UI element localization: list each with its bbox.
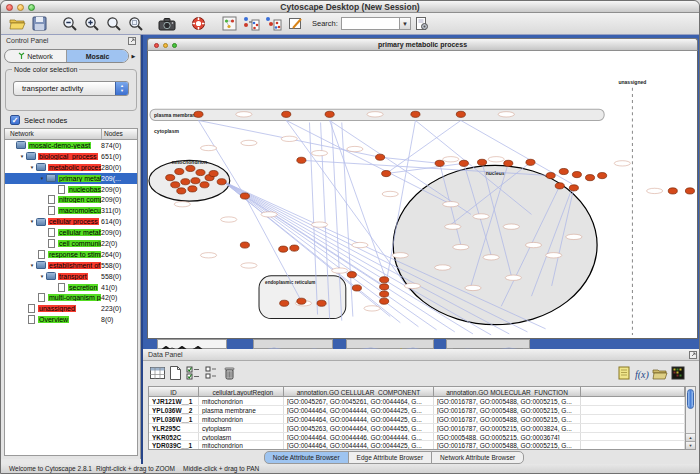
tree-expander-icon[interactable]: ▼ xyxy=(28,219,36,224)
attribute-table-icon[interactable] xyxy=(148,364,166,382)
graph-node[interactable] xyxy=(194,111,203,117)
graph-node[interactable] xyxy=(456,111,465,117)
zoom-fit-icon[interactable] xyxy=(103,14,125,33)
graph-node[interactable] xyxy=(166,175,175,181)
graph-node[interactable] xyxy=(504,160,513,166)
annotation-icon[interactable] xyxy=(284,14,306,33)
tree-row[interactable]: secretion41(0) xyxy=(5,282,137,293)
graph-node[interactable] xyxy=(526,159,535,165)
search-settings-icon[interactable] xyxy=(411,14,433,33)
tree-row[interactable]: ▼biological_process651(0) xyxy=(5,151,137,162)
graph-node[interactable] xyxy=(171,182,180,188)
table-row[interactable]: YDR039C__1mitochondrion[GO:0044464, GO:0… xyxy=(149,441,685,450)
tree-expander-icon[interactable]: ▼ xyxy=(28,165,36,170)
tree-row[interactable]: ▼establishment of lo558(0) xyxy=(5,260,137,271)
collapse-network-icon[interactable] xyxy=(262,14,284,33)
snapshot-icon[interactable] xyxy=(156,14,178,33)
new-attribute-icon[interactable] xyxy=(166,364,184,382)
graph-node[interactable] xyxy=(186,165,195,171)
node-color-dropdown[interactable]: transporter activity ▲▼ xyxy=(13,81,129,96)
tree-row[interactable]: cellular metabo209(0) xyxy=(5,227,137,238)
graph-node[interactable] xyxy=(382,170,391,176)
tree-expander-icon[interactable]: ▼ xyxy=(38,274,46,279)
search-input[interactable] xyxy=(341,17,399,30)
graph-node[interactable] xyxy=(240,193,249,199)
select-attributes-icon[interactable] xyxy=(184,364,202,382)
table-row[interactable]: YPL036W__1mitochondrion[GO:0044464, GO:0… xyxy=(149,415,685,424)
tab-mosaic[interactable]: Mosaic xyxy=(66,50,128,62)
search-dropdown-arrow[interactable]: ▼ xyxy=(399,17,411,30)
graph-node[interactable] xyxy=(685,188,694,194)
graph-node[interactable] xyxy=(279,246,288,252)
tab-overflow-arrow[interactable]: ▶ xyxy=(129,49,138,63)
tree-row[interactable]: multi-organism pro42(0) xyxy=(5,292,137,303)
graph-node[interactable] xyxy=(585,175,594,181)
graph-node[interactable] xyxy=(347,272,356,278)
formula-builder-icon[interactable]: f(x) xyxy=(633,364,651,382)
scroll-up-icon[interactable]: ▲ xyxy=(686,433,695,441)
graph-node[interactable] xyxy=(380,284,389,290)
graph-node[interactable] xyxy=(352,285,361,291)
tree-col-nodes[interactable]: Nodes xyxy=(101,129,137,139)
table-column-header[interactable]: ID xyxy=(149,387,199,396)
graph-node[interactable] xyxy=(240,242,249,248)
float-panel-icon[interactable] xyxy=(128,37,136,46)
zoom-selected-icon[interactable] xyxy=(125,14,147,33)
graph-node[interactable] xyxy=(209,170,218,176)
network-window-titlebar[interactable]: primary metabolic process xyxy=(147,38,698,51)
graph-node[interactable] xyxy=(196,169,205,175)
attribute-notes-icon[interactable] xyxy=(615,364,633,382)
graph-node[interactable] xyxy=(569,185,578,191)
graph-node[interactable] xyxy=(546,173,555,179)
tree-row[interactable]: nucleobase-209(0) xyxy=(5,184,137,195)
tree-row[interactable]: macromolecule311(0) xyxy=(5,205,137,216)
graph-node[interactable] xyxy=(380,291,389,297)
tree-expander-icon[interactable]: ▼ xyxy=(18,154,26,159)
table-row[interactable]: YJR121W__1mitochondrion[GO:0045267, GO:0… xyxy=(149,397,685,406)
zoom-in-icon[interactable] xyxy=(81,14,103,33)
tab-node-attribute-browser[interactable]: Node Attribute Browser xyxy=(264,451,349,464)
table-column-header[interactable]: _cellularLayoutRegion xyxy=(199,387,284,396)
mosaic-icon[interactable] xyxy=(218,14,240,33)
help-icon[interactable] xyxy=(187,14,209,33)
graph-node[interactable] xyxy=(297,157,306,163)
graph-node[interactable] xyxy=(668,188,677,194)
graph-node[interactable] xyxy=(555,183,564,189)
save-session-icon[interactable] xyxy=(28,14,50,33)
tree-row[interactable]: cell communicat22(0) xyxy=(5,238,137,249)
tree-expander-icon[interactable]: ▼ xyxy=(38,176,46,181)
graph-node[interactable] xyxy=(435,160,444,166)
tree-row[interactable]: mosaic-demo-yeast874(0) xyxy=(5,140,137,151)
graph-node[interactable] xyxy=(175,168,184,174)
network-canvas[interactable]: plasma membranecytoplasmmitochondrionnuc… xyxy=(147,51,698,339)
graph-node[interactable] xyxy=(217,179,226,185)
tree-row[interactable]: ▼cellular process614(0) xyxy=(5,216,137,227)
tab-network-attribute-browser[interactable]: Network Attribute Browser xyxy=(431,451,524,464)
graph-node[interactable] xyxy=(478,159,487,165)
delete-attribute-icon[interactable] xyxy=(220,364,238,382)
table-column-header[interactable]: annotation.GO MOLECULAR_FUNCTION xyxy=(434,387,581,396)
table-row[interactable]: YLR295Ccytoplasm[GO:0045263, GO:0044464,… xyxy=(149,424,685,433)
table-row[interactable]: YPL036W__2plasma membrane[GO:0044464, GO… xyxy=(149,406,685,415)
graph-node[interactable] xyxy=(290,245,299,251)
heatmap-icon[interactable] xyxy=(669,364,687,382)
zoom-out-icon[interactable] xyxy=(59,14,81,33)
import-attributes-icon[interactable] xyxy=(651,364,669,382)
tab-edge-attribute-browser[interactable]: Edge Attribute Browser xyxy=(348,451,432,464)
scroll-down-icon[interactable]: ▼ xyxy=(686,441,695,449)
graph-node[interactable] xyxy=(572,172,581,178)
tree-row[interactable]: nitrogen compo209(0) xyxy=(5,194,137,205)
attribute-table[interactable]: ID_cellularLayoutRegionannotation.GO CEL… xyxy=(148,386,686,450)
graph-node[interactable] xyxy=(191,178,200,184)
graph-node[interactable] xyxy=(297,298,306,304)
tab-network[interactable]: Network xyxy=(5,50,66,62)
graph-node[interactable] xyxy=(598,173,607,179)
open-session-icon[interactable] xyxy=(6,14,28,33)
tree-row[interactable]: unassigned223(0) xyxy=(5,303,137,314)
graph-node[interactable] xyxy=(411,111,420,117)
tree-row[interactable]: ▼transport558(0) xyxy=(5,271,137,282)
graph-node[interactable] xyxy=(380,277,389,283)
tree-expander-icon[interactable]: ▼ xyxy=(28,263,36,268)
graph-node[interactable] xyxy=(200,182,209,188)
graph-node[interactable] xyxy=(380,298,389,304)
